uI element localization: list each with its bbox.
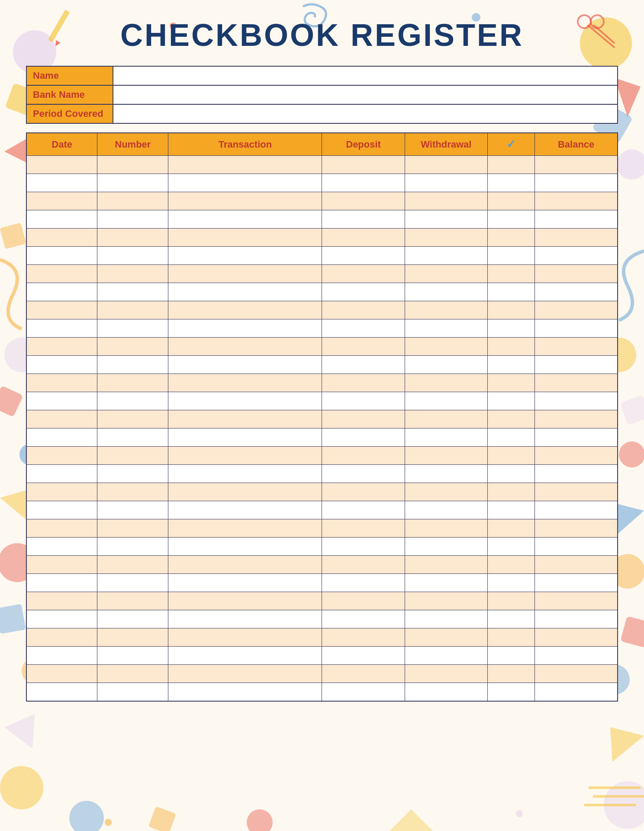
table-cell (26, 283, 97, 301)
table-cell (487, 338, 535, 356)
table-cell (405, 538, 487, 556)
register-table: Date Number Transaction Deposit Withdraw… (26, 132, 618, 702)
table-cell (168, 319, 322, 338)
table-cell (322, 392, 405, 410)
table-cell (97, 392, 168, 410)
table-cell (535, 610, 618, 628)
page-title: CHECKBOOK REGISTER (26, 17, 618, 53)
table-row (26, 519, 618, 538)
table-cell (535, 592, 618, 610)
table-cell (405, 247, 487, 265)
table-cell (26, 574, 97, 592)
bank-name-value (113, 86, 617, 104)
svg-point-13 (0, 766, 43, 809)
table-cell (535, 647, 618, 665)
table-cell (97, 301, 168, 319)
table-cell (97, 265, 168, 283)
table-cell (487, 574, 535, 592)
table-cell (26, 319, 97, 338)
col-transaction: Transaction (168, 133, 322, 156)
table-cell (26, 628, 97, 647)
table-cell (535, 247, 618, 265)
table-row (26, 192, 618, 210)
table-row (26, 301, 618, 319)
table-cell (405, 592, 487, 610)
table-cell (405, 628, 487, 647)
table-cell (26, 538, 97, 556)
table-cell (97, 610, 168, 628)
table-cell (405, 610, 487, 628)
table-row (26, 356, 618, 374)
table-cell (26, 247, 97, 265)
table-cell (97, 538, 168, 556)
table-cell (405, 319, 487, 338)
table-cell (535, 265, 618, 283)
table-cell (405, 556, 487, 574)
table-cell (97, 519, 168, 538)
table-cell (535, 210, 618, 229)
table-cell (97, 374, 168, 392)
table-cell (26, 501, 97, 519)
table-cell (405, 574, 487, 592)
table-cell (97, 356, 168, 374)
table-cell (405, 428, 487, 447)
table-cell (487, 229, 535, 247)
col-date: Date (26, 133, 97, 156)
table-cell (487, 538, 535, 556)
table-cell (535, 483, 618, 501)
table-cell (168, 392, 322, 410)
table-cell (97, 465, 168, 483)
table-cell (535, 301, 618, 319)
table-row (26, 501, 618, 519)
table-cell (168, 610, 322, 628)
table-cell (322, 683, 405, 701)
table-cell (405, 410, 487, 428)
table-row (26, 229, 618, 247)
table-cell (168, 174, 322, 192)
table-row (26, 628, 618, 647)
table-cell (535, 501, 618, 519)
table-cell (322, 374, 405, 392)
name-label: Name (27, 67, 113, 85)
col-balance: Balance (535, 133, 618, 156)
table-cell (322, 665, 405, 683)
table-cell (322, 483, 405, 501)
svg-point-21 (69, 801, 104, 831)
col-deposit: Deposit (322, 133, 405, 156)
table-row (26, 265, 618, 283)
table-cell (487, 447, 535, 465)
table-cell (322, 556, 405, 574)
table-cell (97, 592, 168, 610)
table-cell (487, 210, 535, 229)
table-cell (168, 156, 322, 174)
table-cell (535, 574, 618, 592)
table-cell (322, 319, 405, 338)
table-cell (97, 628, 168, 647)
table-cell (168, 283, 322, 301)
table-cell (322, 447, 405, 465)
table-row (26, 592, 618, 610)
table-cell (322, 538, 405, 556)
table-cell (97, 447, 168, 465)
col-number: Number (97, 133, 168, 156)
info-section: Name Bank Name Period Covered (26, 66, 618, 124)
table-cell (322, 628, 405, 647)
table-cell (97, 556, 168, 574)
table-cell (168, 665, 322, 683)
table-row (26, 374, 618, 392)
table-cell (322, 247, 405, 265)
table-cell (26, 465, 97, 483)
period-covered-value (113, 105, 617, 123)
table-cell (405, 501, 487, 519)
table-row (26, 538, 618, 556)
table-cell (322, 301, 405, 319)
table-cell (405, 192, 487, 210)
table-cell (26, 665, 97, 683)
table-cell (97, 319, 168, 338)
table-cell (535, 174, 618, 192)
table-row (26, 156, 618, 174)
table-cell (487, 519, 535, 538)
table-cell (405, 338, 487, 356)
table-cell (535, 356, 618, 374)
table-cell (26, 556, 97, 574)
